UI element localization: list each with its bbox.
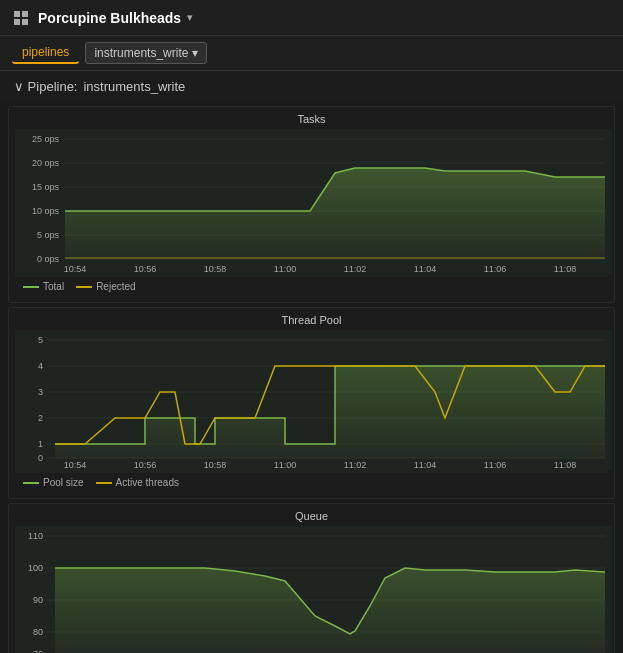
svg-text:110: 110: [28, 531, 43, 541]
tasks-chart-container: Tasks 25 ops 20 ops 15 ops 10 ops 5 ops …: [8, 106, 615, 303]
dropdown-label: instruments_write: [94, 46, 188, 60]
svg-text:11:00: 11:00: [274, 460, 297, 470]
svg-text:10:54: 10:54: [64, 460, 87, 470]
queue-chart-title: Queue: [15, 510, 608, 522]
svg-text:10:58: 10:58: [204, 264, 227, 274]
svg-text:15 ops: 15 ops: [32, 182, 60, 192]
svg-text:4: 4: [38, 361, 43, 371]
tasks-total-line: [23, 286, 39, 288]
tasks-legend-total: Total: [23, 281, 64, 292]
svg-text:70: 70: [33, 649, 43, 653]
threadpool-svg: 5 4 3 2 1 0 10:54 10:56 10:58 11:00 11:0…: [15, 330, 612, 470]
svg-text:5: 5: [38, 335, 43, 345]
tab-pipelines[interactable]: pipelines: [12, 42, 79, 64]
svg-text:10:56: 10:56: [134, 460, 157, 470]
svg-text:11:04: 11:04: [414, 460, 437, 470]
svg-text:11:02: 11:02: [344, 264, 367, 274]
svg-text:11:04: 11:04: [414, 264, 437, 274]
active-threads-label: Active threads: [116, 477, 179, 488]
svg-text:11:00: 11:00: [274, 264, 297, 274]
svg-rect-3: [22, 19, 28, 25]
tasks-total-label: Total: [43, 281, 64, 292]
tasks-legend: Total Rejected: [15, 277, 608, 296]
grid-icon: [12, 9, 30, 27]
header: Porcupine Bulkheads ▾: [0, 0, 623, 36]
threadpool-chart-area: 5 4 3 2 1 0 10:54 10:56 10:58 11:00 11:0…: [15, 330, 608, 473]
svg-text:11:08: 11:08: [554, 264, 577, 274]
tab-instruments-write-dropdown[interactable]: instruments_write ▾: [85, 42, 207, 64]
dropdown-arrow: ▾: [192, 46, 198, 60]
svg-text:20 ops: 20 ops: [32, 158, 60, 168]
tasks-rejected-line: [76, 286, 92, 288]
queue-chart-area: 110 100 90 80 70 10:54 10:56 10:58 11:00…: [15, 526, 608, 653]
svg-text:2: 2: [38, 413, 43, 423]
pipeline-prefix: ∨ Pipeline:: [14, 79, 77, 94]
tasks-legend-rejected: Rejected: [76, 281, 135, 292]
svg-text:11:06: 11:06: [484, 264, 507, 274]
svg-text:11:08: 11:08: [554, 460, 577, 470]
tasks-rejected-label: Rejected: [96, 281, 135, 292]
svg-rect-0: [14, 11, 20, 17]
svg-text:10:58: 10:58: [204, 460, 227, 470]
svg-text:100: 100: [28, 563, 43, 573]
queue-chart-container: Queue 110 100 90 80 70 10:54 10:56 10:58…: [8, 503, 615, 653]
svg-text:11:02: 11:02: [344, 460, 367, 470]
header-dropdown-arrow[interactable]: ▾: [187, 11, 193, 24]
svg-text:10:54: 10:54: [64, 264, 87, 274]
threadpool-chart-title: Thread Pool: [15, 314, 608, 326]
svg-rect-2: [14, 19, 20, 25]
svg-text:5 ops: 5 ops: [37, 230, 60, 240]
app-title: Porcupine Bulkheads: [38, 10, 181, 26]
tasks-chart-area: 25 ops 20 ops 15 ops 10 ops 5 ops 0 ops …: [15, 129, 608, 277]
threadpool-legend: Pool size Active threads: [15, 473, 608, 492]
queue-svg: 110 100 90 80 70 10:54 10:56 10:58 11:00…: [15, 526, 612, 653]
threadpool-legend-poolsize: Pool size: [23, 477, 84, 488]
svg-text:1: 1: [38, 439, 43, 449]
svg-text:0 ops: 0 ops: [37, 254, 60, 264]
svg-text:10 ops: 10 ops: [32, 206, 60, 216]
pipeline-title: ∨ Pipeline: instruments_write: [0, 71, 623, 102]
pool-size-line: [23, 482, 39, 484]
threadpool-legend-active: Active threads: [96, 477, 179, 488]
svg-text:0: 0: [38, 453, 43, 463]
svg-text:80: 80: [33, 627, 43, 637]
pool-size-label: Pool size: [43, 477, 84, 488]
tasks-svg: 25 ops 20 ops 15 ops 10 ops 5 ops 0 ops …: [15, 129, 612, 274]
svg-rect-1: [22, 11, 28, 17]
active-threads-line: [96, 482, 112, 484]
svg-text:90: 90: [33, 595, 43, 605]
svg-text:11:06: 11:06: [484, 460, 507, 470]
svg-text:3: 3: [38, 387, 43, 397]
svg-text:25 ops: 25 ops: [32, 134, 60, 144]
pipeline-name: instruments_write: [83, 79, 185, 94]
svg-text:10:56: 10:56: [134, 264, 157, 274]
threadpool-chart-container: Thread Pool 5 4 3 2 1 0 10:54 10:56 10:5…: [8, 307, 615, 499]
tab-bar: pipelines instruments_write ▾: [0, 36, 623, 71]
tasks-chart-title: Tasks: [15, 113, 608, 125]
